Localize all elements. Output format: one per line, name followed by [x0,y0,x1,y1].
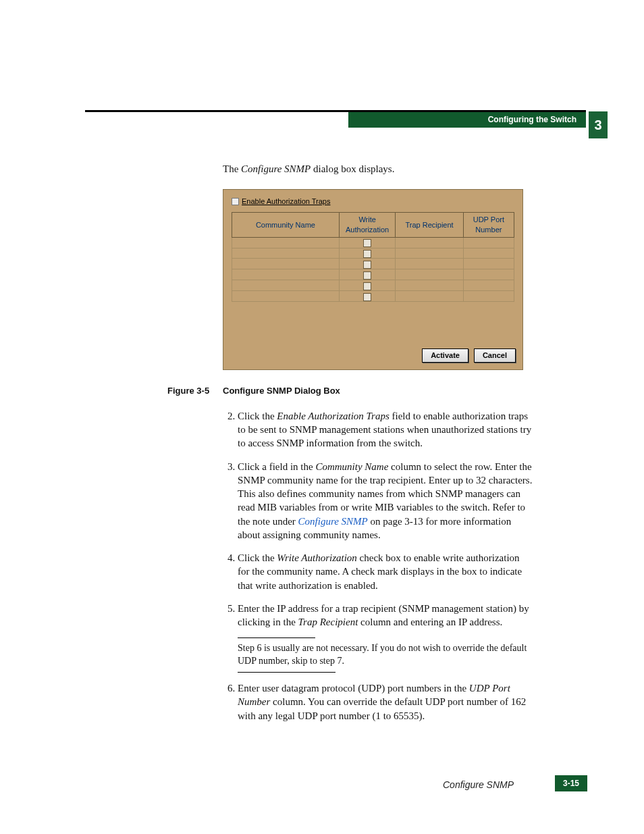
cell-community[interactable] [232,248,340,259]
cell-udp[interactable] [463,259,514,269]
note-text: Step 6 is usually are not necessary. If … [238,643,527,666]
writeauth-checkbox-icon[interactable] [363,282,371,290]
table-row[interactable] [232,269,514,280]
cell-trap[interactable] [396,248,463,259]
cell-trap[interactable] [396,237,463,248]
table-row[interactable] [232,248,514,259]
figure-caption: Figure 3-5 Configure SNMP Dialog Box [167,385,533,397]
enable-authorization-traps-checkbox[interactable] [232,198,239,205]
cell-writeauth[interactable] [339,259,396,269]
enable-authorization-traps-label: Enable Authorization Traps [242,197,330,207]
cell-community[interactable] [232,259,340,269]
cell-community[interactable] [232,269,340,280]
cell-community[interactable] [232,291,340,302]
steps-list: Click the Enable Authorization Traps fie… [223,409,533,723]
figure-caption-title: Configure SNMP Dialog Box [223,385,340,397]
cancel-button[interactable]: Cancel [474,348,516,363]
figure-snmp-dialog: Enable Authorization Traps Community Nam… [223,189,523,370]
cell-writeauth[interactable] [339,280,396,291]
dialog-button-row: Activate Cancel [422,348,516,363]
col-trap-recipient: Trap Recipient [396,213,463,238]
cell-trap[interactable] [396,280,463,291]
writeauth-checkbox-icon[interactable] [363,261,371,269]
note-box: Step 6 is usually are not necessary. If … [238,638,533,672]
table-row[interactable] [232,259,514,269]
step-5: Enter the IP address for a trap recipien… [238,602,533,672]
enable-authorization-traps-row[interactable]: Enable Authorization Traps [232,197,514,207]
cell-writeauth[interactable] [339,269,396,280]
cell-writeauth[interactable] [339,291,396,302]
cell-udp[interactable] [463,269,514,280]
cell-udp[interactable] [463,291,514,302]
header-section-band: Configuring the Switch [348,112,586,128]
table-row[interactable] [232,237,514,248]
chapter-tab: 3 [589,111,608,138]
footer-page-number: 3-15 [555,775,587,791]
cell-community[interactable] [232,237,340,248]
col-udp-port-number: UDP Port Number [463,213,514,238]
writeauth-checkbox-icon[interactable] [363,271,371,280]
step-3: Click a field in the Community Name colu… [238,460,533,542]
writeauth-checkbox-icon[interactable] [363,250,371,258]
intro-suffix: dialog box displays. [311,163,394,174]
activate-button[interactable]: Activate [422,348,468,363]
writeauth-checkbox-icon[interactable] [363,293,371,301]
cell-udp[interactable] [463,237,514,248]
chapter-number: 3 [594,118,601,132]
intro-prefix: The [223,163,241,174]
table-row[interactable] [232,280,514,291]
header-section-title: Configuring the Switch [488,115,576,124]
figure-caption-label: Figure 3-5 [167,385,223,397]
cell-udp[interactable] [463,248,514,259]
footer-section-title: Configure SNMP [443,779,514,790]
snmp-table: Community Name Write Authorization Trap … [232,212,514,302]
cell-writeauth[interactable] [339,237,396,248]
col-community-name: Community Name [232,213,340,238]
step-6: Enter user datagram protocol (UDP) port … [238,681,533,723]
col-write-authorization: Write Authorization [339,213,396,238]
step-4: Click the Write Authorization check box … [238,551,533,592]
cell-community[interactable] [232,280,340,291]
intro-paragraph: The Configure SNMP dialog box displays. [223,162,533,176]
cell-trap[interactable] [396,269,463,280]
cell-writeauth[interactable] [339,248,396,259]
cell-trap[interactable] [396,291,463,302]
intro-dialog-name: Configure SNMP [241,163,311,174]
configure-snmp-link[interactable]: Configure SNMP [298,516,368,527]
cell-udp[interactable] [463,280,514,291]
writeauth-checkbox-icon[interactable] [363,239,371,247]
step-2: Click the Enable Authorization Traps fie… [238,409,533,450]
table-header-row: Community Name Write Authorization Trap … [232,213,514,238]
cell-trap[interactable] [396,259,463,269]
table-row[interactable] [232,291,514,302]
